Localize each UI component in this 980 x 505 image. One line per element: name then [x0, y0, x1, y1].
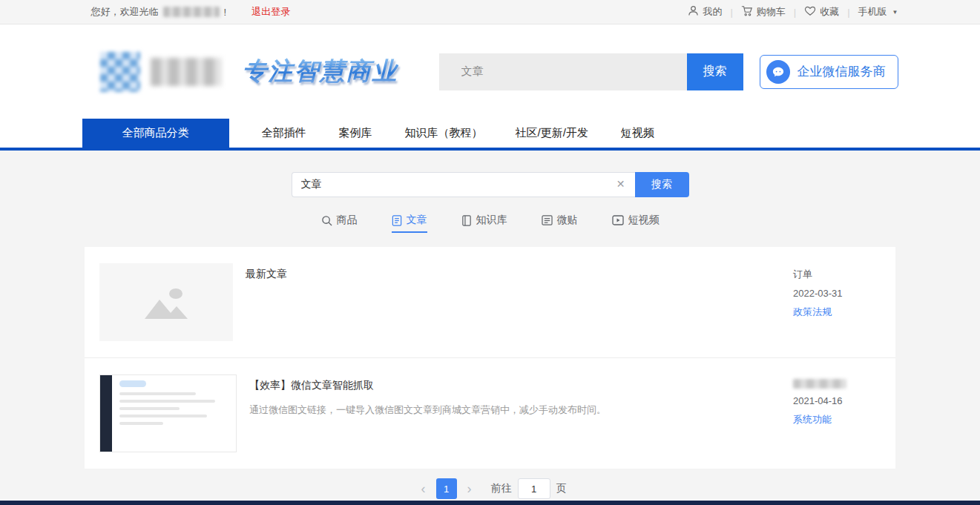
site-logo-text-blurred — [151, 58, 222, 86]
placeholder-image[interactable] — [99, 263, 233, 341]
tab-products[interactable]: 商品 — [321, 214, 358, 233]
favorites-link[interactable]: 收藏 — [804, 5, 839, 19]
header-search: 搜索 — [439, 53, 743, 90]
tab-products-label: 商品 — [337, 214, 358, 227]
greeting-suffix: ! — [224, 7, 227, 18]
list-icon — [542, 215, 553, 225]
goto-label: 前往 — [491, 482, 512, 495]
wechat-service-button[interactable]: 企业微信服务商 — [760, 55, 898, 89]
nav-all-plugins[interactable]: 全部插件 — [262, 119, 306, 148]
cart-link[interactable]: 购物车 — [741, 5, 786, 19]
page-number-button[interactable]: 1 — [436, 478, 457, 499]
header-search-input[interactable] — [439, 53, 687, 90]
divider: | — [794, 7, 796, 18]
search-input[interactable] — [292, 172, 635, 197]
result-category-link[interactable]: 系统功能 — [793, 413, 881, 426]
nav-case-library[interactable]: 案例库 — [339, 119, 372, 148]
main-nav: 全部商品分类 全部插件 案例库 知识库（教程） 社区/更新/开发 短视频 — [0, 119, 980, 151]
pagination: ‹ 1 › 前往 页 — [0, 478, 980, 499]
nav-short-video[interactable]: 短视频 — [621, 119, 654, 148]
page-unit-label: 页 — [556, 482, 567, 495]
book-icon — [461, 215, 472, 226]
result-type-tabs: 商品 文章 知识库 微贴 短视频 — [0, 214, 980, 233]
caret-down-icon: ▼ — [892, 9, 898, 16]
tab-posts[interactable]: 微贴 — [542, 214, 578, 233]
search-button[interactable]: 搜索 — [635, 172, 689, 197]
site-slogan: 专注智慧商业 — [243, 55, 398, 88]
cart-label: 购物车 — [757, 5, 786, 19]
nav-community[interactable]: 社区/更新/开发 — [516, 119, 588, 148]
image-placeholder-icon — [142, 285, 191, 320]
my-account-label: 我的 — [703, 5, 722, 19]
result-meta-top: 订单 — [793, 268, 881, 281]
result-row: 最新文章 订单 2022-03-31 政策法规 — [85, 247, 895, 357]
clear-input-icon[interactable]: ✕ — [616, 178, 625, 190]
header-search-button[interactable]: 搜索 — [687, 53, 743, 90]
tab-videos-label: 短视频 — [628, 214, 660, 227]
greeting-text: 您好，欢迎光临 — [91, 5, 159, 19]
tab-videos[interactable]: 短视频 — [612, 214, 660, 233]
content-area: ✕ 搜索 商品 文章 知识库 微贴 — [0, 151, 980, 500]
result-title[interactable]: 【效率】微信文章智能抓取 — [249, 379, 793, 392]
results-card: 最新文章 订单 2022-03-31 政策法规 — [85, 247, 895, 469]
article-icon — [392, 215, 402, 226]
my-account-link[interactable]: 我的 — [688, 5, 722, 19]
footer-bar — [0, 501, 980, 505]
result-date: 2022-03-31 — [793, 288, 881, 299]
header: 专注智慧商业 搜索 企业微信服务商 — [0, 24, 980, 119]
search-box: ✕ 搜索 — [292, 172, 689, 197]
user-icon — [688, 5, 699, 19]
nav-all-categories[interactable]: 全部商品分类 — [82, 119, 229, 148]
result-meta-blurred — [793, 379, 846, 389]
heart-icon — [804, 6, 816, 19]
wechat-chat-icon — [766, 60, 790, 84]
tab-knowledge[interactable]: 知识库 — [461, 214, 507, 233]
mobile-version-menu[interactable]: 手机版 ▼ — [858, 5, 898, 19]
result-title[interactable]: 最新文章 — [246, 268, 793, 281]
next-page-icon[interactable]: › — [460, 478, 479, 499]
search-icon — [321, 215, 332, 226]
tab-knowledge-label: 知识库 — [476, 214, 507, 227]
tab-articles-label: 文章 — [407, 214, 427, 227]
cart-icon — [741, 5, 753, 19]
site-logo-blurred[interactable] — [100, 52, 140, 92]
goto-page-input[interactable] — [518, 478, 550, 499]
tab-posts-label: 微贴 — [557, 214, 578, 227]
mobile-version-label: 手机版 — [858, 5, 887, 19]
logout-link[interactable]: 退出登录 — [251, 5, 290, 19]
prev-page-icon[interactable]: ‹ — [414, 478, 433, 499]
topbar: 您好，欢迎光临 ! 退出登录 我的 | 购物车 | — [0, 0, 980, 24]
nav-knowledge-base[interactable]: 知识库（教程） — [405, 119, 483, 148]
username-blurred — [163, 7, 220, 17]
result-date: 2021-04-16 — [793, 395, 881, 406]
result-row: 【效率】微信文章智能抓取 通过微信图文链接，一键导入微信图文文章到商城文章营销中… — [85, 357, 895, 469]
divider: | — [847, 7, 849, 18]
result-category-link[interactable]: 政策法规 — [793, 306, 881, 319]
favorites-label: 收藏 — [820, 5, 839, 19]
result-description: 通过微信图文链接，一键导入微信图文文章到商城文章营销中，减少手动发布时间。 — [249, 403, 793, 417]
divider: | — [730, 7, 732, 18]
thumbnail-body — [112, 375, 236, 452]
tab-articles[interactable]: 文章 — [392, 214, 427, 233]
play-video-icon — [612, 215, 624, 225]
wechat-service-label: 企业微信服务商 — [798, 63, 886, 80]
thumbnail-sidebar — [100, 375, 112, 452]
result-thumbnail[interactable] — [99, 374, 237, 452]
